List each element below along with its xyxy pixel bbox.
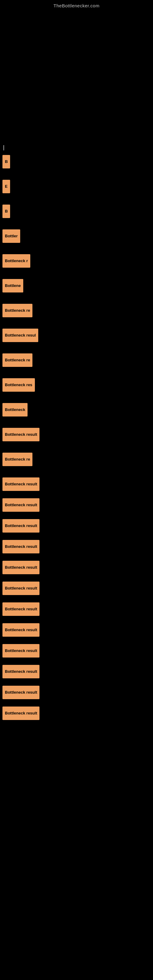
list-item: Bottleneck result (0, 642, 153, 659)
bottleneck-badge[interactable]: B (2, 155, 10, 169)
bottleneck-badge[interactable]: Bottleneck result (2, 623, 40, 637)
bottleneck-badge[interactable]: Bottleneck result (2, 706, 40, 720)
list-item: Bottleneck result (0, 426, 153, 447)
site-title-bar: TheBottlenecker.com (0, 0, 153, 10)
bottleneck-badge[interactable]: Bottleneck r (2, 254, 30, 268)
list-item: Bottleneck (0, 401, 153, 422)
bottleneck-badge[interactable]: Bottleneck re (2, 304, 32, 317)
list-item: Bottleneck result (0, 476, 153, 493)
bottleneck-badge[interactable]: E (2, 180, 10, 193)
site-title: TheBottlenecker.com (0, 0, 153, 10)
list-item: E (0, 178, 153, 199)
list-item: Bottleneck result (0, 559, 153, 576)
bottleneck-badge[interactable]: Bottleneck (2, 403, 27, 417)
list-item: Bottleneck result (0, 684, 153, 701)
list-item: Bottleneck result (0, 621, 153, 638)
list-item: Bottler (0, 228, 153, 249)
bottleneck-badge[interactable]: Bottleneck result (2, 582, 40, 595)
bottleneck-badge[interactable]: Bottleneck result (2, 644, 40, 657)
bottleneck-badge[interactable]: Bottleneck res (2, 378, 35, 392)
bottleneck-badge[interactable]: Bottleneck result (2, 428, 40, 441)
bottleneck-badge[interactable]: Bottler (2, 229, 20, 243)
list-item: Bottleneck result (0, 705, 153, 722)
content-area: | B E B Bottler Bottleneck r Bottlene Bo… (0, 139, 153, 722)
bottleneck-badge[interactable]: Bottleneck result (2, 561, 40, 574)
section-label: | (0, 142, 153, 153)
bottleneck-badge[interactable]: Bottleneck re (2, 353, 32, 367)
bottleneck-badge[interactable]: Bottleneck result (2, 602, 40, 616)
list-item: B (0, 203, 153, 224)
list-item: Bottleneck re (0, 451, 153, 472)
bottleneck-badge[interactable]: Bottleneck re (2, 453, 32, 466)
list-item: Bottleneck res (0, 376, 153, 398)
list-item: Bottleneck result (0, 538, 153, 555)
bottleneck-badge[interactable]: Bottlene (2, 279, 23, 293)
bottleneck-badge[interactable]: B (2, 205, 10, 218)
list-item: Bottlene (0, 277, 153, 298)
bottleneck-badge[interactable]: Bottleneck result (2, 498, 40, 512)
list-item: Bottleneck r (0, 252, 153, 274)
bottleneck-badge[interactable]: Bottleneck result (2, 477, 40, 491)
list-item: Bottleneck result (0, 517, 153, 535)
list-item: Bottleneck result (0, 496, 153, 514)
bottleneck-badge[interactable]: Bottleneck result (2, 686, 40, 699)
list-item: Bottleneck result (0, 601, 153, 618)
top-area (0, 10, 153, 139)
list-item: Bottleneck re (0, 352, 153, 373)
list-item: Bottleneck re (0, 302, 153, 323)
list-item: Bottleneck resul (0, 327, 153, 348)
bottleneck-badge[interactable]: Bottleneck result (2, 665, 40, 678)
list-item: Bottleneck result (0, 663, 153, 680)
list-item: Bottleneck result (0, 580, 153, 597)
bottleneck-badge[interactable]: Bottleneck result (2, 519, 40, 533)
bottleneck-badge[interactable]: Bottleneck result (2, 540, 40, 554)
list-item: B (0, 153, 153, 174)
bottleneck-badge[interactable]: Bottleneck resul (2, 329, 38, 342)
